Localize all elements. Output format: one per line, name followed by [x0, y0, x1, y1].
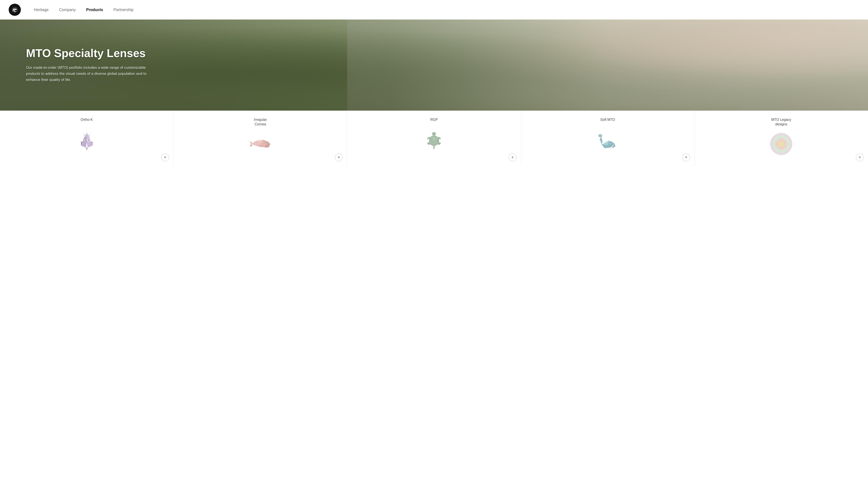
- logo[interactable]: [9, 4, 21, 16]
- product-expand-mto-legacy[interactable]: +: [856, 154, 864, 161]
- product-name-mto-legacy: MTO Legacydesigns: [771, 118, 791, 127]
- hero-title: MTO Specialty Lenses: [26, 47, 161, 59]
- product-expand-irregular-cornea[interactable]: +: [335, 154, 343, 161]
- nav-links: Heritage Company Products Partnership: [34, 8, 133, 12]
- svg-point-13: [88, 140, 89, 141]
- nav-products[interactable]: Products: [86, 8, 103, 12]
- svg-marker-45: [433, 147, 435, 150]
- page-bottom: [0, 166, 868, 209]
- product-expand-soft-mto[interactable]: +: [682, 154, 690, 161]
- product-card-mto-legacy: MTO Legacydesigns: [694, 110, 868, 166]
- svg-point-26: [264, 141, 264, 142]
- product-expand-rgp[interactable]: +: [509, 154, 517, 161]
- product-name-irregular-cornea: IrregularCornea: [254, 118, 267, 127]
- product-card-irregular-cornea: IrregularCornea +: [174, 110, 347, 166]
- svg-marker-24: [250, 144, 253, 147]
- svg-marker-49: [602, 141, 609, 145]
- navigation: Heritage Company Products Partnership: [0, 0, 868, 20]
- svg-point-12: [85, 140, 86, 141]
- products-row: Ortho-K: [0, 110, 868, 166]
- hero-section: MTO Specialty Lenses Our made-to-order (…: [0, 20, 868, 110]
- svg-marker-15: [83, 134, 85, 136]
- nav-company[interactable]: Company: [59, 8, 76, 12]
- nav-heritage[interactable]: Heritage: [34, 8, 49, 12]
- svg-marker-16: [89, 134, 90, 136]
- hero-description: Our made-to-order (MTO) portfolio includ…: [26, 65, 161, 83]
- nav-partnership[interactable]: Partnership: [114, 8, 133, 12]
- svg-point-40: [435, 133, 435, 134]
- product-card-ortho-k: Ortho-K: [0, 110, 174, 166]
- svg-marker-7: [86, 148, 88, 151]
- product-image-mto-legacy: [700, 131, 863, 157]
- product-image-soft-mto: [526, 126, 689, 157]
- product-name-soft-mto: Soft MTO: [600, 118, 615, 122]
- product-image-irregular-cornea: [179, 131, 342, 157]
- product-name-rgp: RGP: [430, 118, 438, 122]
- svg-point-56: [600, 135, 601, 135]
- product-card-soft-mto: Soft MTO: [521, 110, 694, 166]
- svg-point-36: [432, 132, 436, 135]
- product-card-rgp: RGP: [347, 110, 521, 166]
- hero-content: MTO Specialty Lenses Our made-to-order (…: [26, 47, 161, 83]
- product-image-rgp: [352, 126, 516, 157]
- product-name-ortho-k: Ortho-K: [81, 118, 93, 122]
- product-image-ortho-k: [5, 126, 168, 157]
- svg-point-1: [13, 9, 14, 10]
- product-expand-ortho-k[interactable]: +: [161, 154, 169, 161]
- svg-point-39: [433, 133, 433, 134]
